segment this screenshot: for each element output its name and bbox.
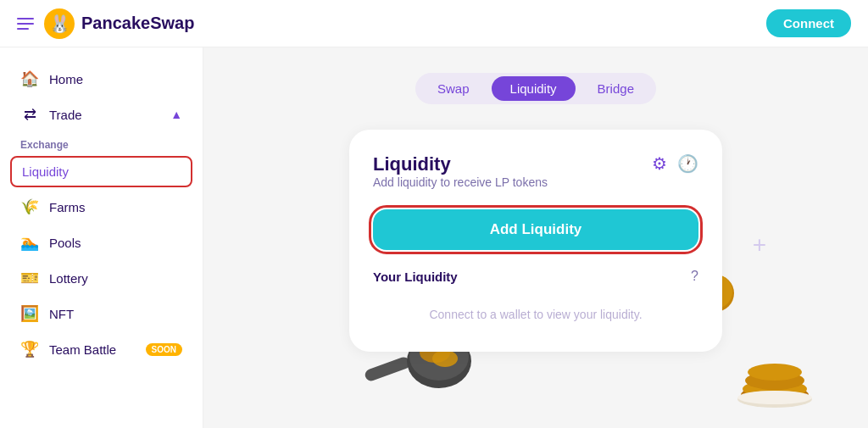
logo-text: PancakeSwap: [81, 14, 194, 33]
tab-bridge[interactable]: Bridge: [579, 76, 653, 101]
layout: 🏠 Home ⇄ Trade ▲ Exchange Liquidity 🌾 Fa…: [0, 47, 868, 428]
sidebar-item-farms-label: Farms: [49, 200, 86, 214]
tab-liquidity[interactable]: Liquidity: [492, 76, 576, 101]
svg-rect-0: [364, 355, 411, 382]
main-content: + +: [203, 47, 868, 428]
sidebar-item-nft-label: NFT: [49, 307, 74, 321]
deco-plus-2: +: [753, 231, 766, 258]
sidebar-item-lottery[interactable]: 🎫 Lottery: [0, 260, 203, 296]
home-icon: 🏠: [20, 69, 39, 88]
svg-point-10: [737, 391, 812, 404]
sidebar-item-home[interactable]: 🏠 Home: [0, 61, 203, 97]
history-icon: 🕐: [677, 154, 698, 173]
lottery-icon: 🎫: [20, 269, 39, 287]
trade-arrow-icon: ▲: [170, 108, 182, 121]
svg-point-9: [737, 391, 812, 408]
header: 🐰 PancakeSwap Connect: [0, 0, 868, 47]
add-liquidity-button[interactable]: Add Liquidity: [373, 209, 698, 250]
sidebar-item-nft[interactable]: 🖼️ NFT: [0, 296, 203, 331]
sidebar-item-lottery-label: Lottery: [49, 271, 88, 286]
logo-bunny-icon: 🐰: [44, 8, 75, 39]
tab-bar: Swap Liquidity Bridge: [415, 73, 656, 104]
history-button[interactable]: 🕐: [677, 153, 698, 174]
nft-icon: 🖼️: [20, 304, 39, 323]
deco-pancake-stack: [728, 323, 821, 411]
sidebar-item-farms[interactable]: 🌾 Farms: [0, 189, 203, 225]
tab-swap[interactable]: Swap: [419, 76, 488, 101]
pools-icon: 🏊: [20, 233, 39, 252]
help-icon[interactable]: ?: [691, 269, 698, 284]
sidebar-item-home-label: Home: [49, 72, 83, 86]
team-battle-icon: 🏆: [20, 340, 39, 359]
svg-point-7: [745, 371, 804, 390]
sidebar-item-pools[interactable]: 🏊 Pools: [0, 225, 203, 260]
liquidity-card: Liquidity Add liquidity to receive LP to…: [349, 130, 722, 352]
soon-badge: SOON: [146, 343, 182, 356]
svg-point-8: [748, 364, 802, 381]
logo-area: 🐰 PancakeSwap: [44, 8, 194, 39]
card-header: Liquidity Add liquidity to receive LP to…: [373, 153, 698, 206]
card-title: Liquidity: [373, 153, 548, 175]
sidebar-item-team-battle[interactable]: 🏆 Team Battle SOON: [0, 331, 203, 367]
card-icons: ⚙ 🕐: [652, 153, 698, 174]
connect-wallet-text: Connect to a wallet to view your liquidi…: [373, 294, 698, 325]
sidebar-item-liquidity-label: Liquidity: [22, 164, 69, 179]
header-left: 🐰 PancakeSwap: [17, 8, 194, 39]
your-liquidity-row: Your Liquidity ?: [373, 269, 698, 284]
trade-icon: ⇄: [20, 105, 39, 124]
menu-icon[interactable]: [17, 18, 34, 30]
your-liquidity-label: Your Liquidity: [373, 270, 458, 284]
svg-point-5: [741, 385, 809, 405]
sidebar: 🏠 Home ⇄ Trade ▲ Exchange Liquidity 🌾 Fa…: [0, 47, 203, 428]
svg-point-6: [743, 380, 807, 398]
sidebar-item-trade[interactable]: ⇄ Trade ▲: [0, 97, 203, 132]
farms-icon: 🌾: [20, 197, 39, 216]
sidebar-item-trade-label: Trade: [49, 108, 82, 122]
sidebar-item-team-battle-label: Team Battle: [49, 342, 116, 357]
connect-button[interactable]: Connect: [766, 9, 851, 37]
exchange-section-label: Exchange: [0, 132, 203, 154]
sidebar-item-pools-label: Pools: [49, 236, 81, 250]
svg-point-4: [432, 350, 458, 367]
sidebar-item-liquidity[interactable]: Liquidity: [10, 156, 192, 187]
settings-icon: ⚙: [652, 154, 667, 173]
settings-button[interactable]: ⚙: [652, 153, 667, 174]
card-subtitle: Add liquidity to receive LP tokens: [373, 175, 548, 189]
